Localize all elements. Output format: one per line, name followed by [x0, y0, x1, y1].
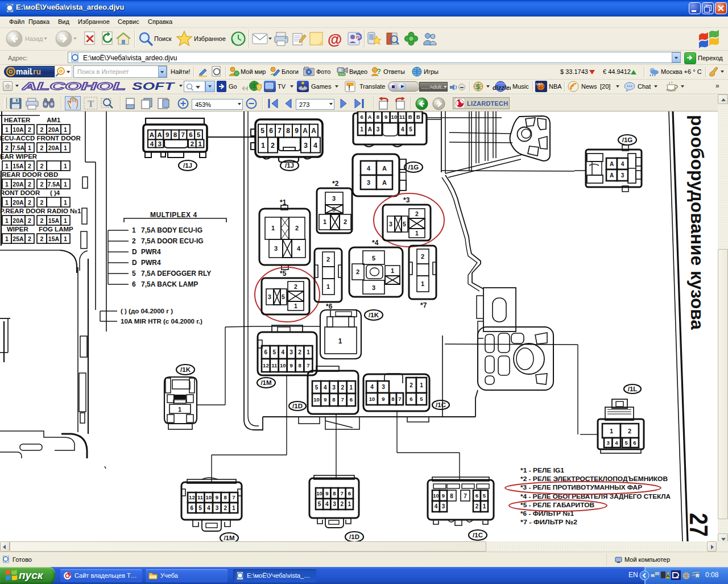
svg-text:2: 2 — [191, 140, 194, 147]
svg-text:5: 5 — [282, 293, 285, 300]
svg-text:A: A — [311, 127, 316, 135]
svg-text:7,5A BACK LAMP: 7,5A BACK LAMP — [141, 280, 198, 288]
svg-text:6: 6 — [633, 440, 636, 446]
svg-text:6: 6 — [132, 280, 136, 288]
svg-text:2: 2 — [28, 126, 31, 133]
svg-text:9: 9 — [289, 362, 292, 368]
svg-text:2: 2 — [28, 217, 31, 224]
svg-text:SOFT: SOFT — [132, 80, 175, 92]
svg-text:7,5A DOOR ECU-IG: 7,5A DOOR ECU-IG — [141, 237, 204, 245]
svg-text:4: 4 — [367, 165, 371, 172]
svg-text:6: 6 — [189, 131, 192, 138]
svg-text:3: 3 — [621, 172, 624, 179]
svg-text:9: 9 — [216, 494, 218, 500]
svg-text:*3: *3 — [403, 196, 410, 204]
svg-text:1: 1 — [483, 503, 486, 510]
svg-text:10: 10 — [391, 114, 398, 120]
svg-text:8: 8 — [391, 396, 394, 402]
svg-text:A: A — [666, 573, 670, 579]
svg-text:A: A — [157, 131, 162, 138]
svg-text:/1C: /1C — [473, 532, 483, 539]
svg-text:NBA: NBA — [536, 82, 543, 86]
svg-text:3: 3 — [158, 140, 161, 147]
svg-text:2: 2 — [628, 428, 631, 434]
svg-text:A: A — [368, 126, 372, 132]
svg-text:5: 5 — [625, 440, 628, 446]
svg-text:1: 1 — [261, 142, 265, 150]
svg-text:8: 8 — [450, 493, 453, 499]
svg-text:4: 4 — [621, 161, 624, 167]
svg-text:6: 6 — [410, 396, 412, 402]
svg-text:A: A — [368, 114, 372, 120]
svg-text:9: 9 — [325, 490, 328, 496]
svg-text:3: 3 — [607, 440, 610, 446]
svg-text:B: B — [416, 114, 420, 120]
svg-text:5: 5 — [260, 127, 264, 135]
svg-text:7: 7 — [307, 362, 309, 368]
svg-text:/1L: /1L — [628, 386, 638, 392]
svg-text:2: 2 — [224, 505, 227, 511]
svg-text:10: 10 — [316, 490, 322, 496]
svg-text:1: 1 — [5, 235, 9, 242]
svg-text:рооборудование кузова: рооборудование кузова — [687, 115, 707, 330]
svg-text:4: 4 — [370, 384, 374, 390]
svg-text:/1M: /1M — [260, 379, 271, 386]
svg-text:8: 8 — [332, 396, 335, 403]
svg-text:2: 2 — [340, 501, 344, 507]
svg-text:A: A — [610, 172, 614, 179]
svg-text:!: ! — [348, 84, 350, 92]
svg-text:1: 1 — [198, 140, 202, 147]
svg-text:2: 2 — [421, 253, 424, 260]
svg-text:2: 2 — [28, 199, 31, 206]
svg-text:1: 1 — [64, 235, 67, 242]
svg-text:1: 1 — [232, 505, 235, 511]
svg-text:WIPER: WIPER — [7, 226, 28, 233]
svg-text:3: 3 — [389, 221, 392, 227]
svg-text:A: A — [303, 127, 308, 135]
svg-text:10: 10 — [433, 492, 439, 499]
svg-text:20A: 20A — [13, 217, 24, 224]
svg-text:8: 8 — [224, 494, 227, 500]
svg-text:/1K: /1K — [180, 366, 191, 373]
svg-text:/1J: /1J — [183, 162, 192, 169]
svg-text:27: 27 — [685, 513, 713, 537]
svg-text:9: 9 — [324, 396, 326, 403]
svg-text:12: 12 — [263, 362, 269, 368]
svg-text:RONT DOOR: RONT DOOR — [0, 189, 40, 196]
svg-text:1: 1 — [64, 163, 67, 169]
svg-text:10: 10 — [206, 494, 212, 500]
svg-text:6: 6 — [264, 349, 268, 355]
svg-text:4: 4 — [324, 384, 327, 391]
svg-text:5: 5 — [332, 206, 336, 213]
svg-text:2: 2 — [410, 382, 413, 388]
svg-text:2: 2 — [28, 163, 31, 169]
svg-text:3: 3 — [332, 195, 336, 202]
svg-text:?: ? — [377, 67, 381, 76]
svg-text:1: 1 — [415, 230, 419, 237]
svg-text:a: a — [696, 571, 700, 578]
svg-text:11: 11 — [399, 114, 406, 120]
svg-text:5: 5 — [197, 131, 201, 138]
svg-text:1: 1 — [360, 126, 363, 132]
svg-text:7: 7 — [464, 493, 467, 499]
svg-text:/1G: /1G — [622, 136, 633, 143]
svg-text:11: 11 — [271, 362, 278, 368]
svg-text:( ) (до 04.2000 г ): ( ) (до 04.2000 г ) — [121, 308, 173, 314]
svg-text:2: 2 — [40, 199, 44, 206]
svg-text:2: 2 — [415, 210, 419, 217]
svg-text:1: 1 — [420, 382, 423, 388]
svg-text:1: 1 — [323, 218, 326, 225]
svg-text:ru: ru — [33, 67, 41, 76]
svg-text:5: 5 — [315, 384, 318, 391]
svg-text:20A: 20A — [48, 126, 60, 133]
svg-text:8: 8 — [298, 362, 301, 368]
svg-text:3: 3 — [268, 293, 271, 300]
svg-text:7,5A BODY ECU-IG: 7,5A BODY ECU-IG — [141, 226, 202, 234]
svg-text:n: n — [356, 34, 359, 40]
svg-text:/1M: /1M — [224, 535, 234, 541]
svg-text:5: 5 — [483, 492, 486, 499]
svg-text:1: 1 — [28, 144, 31, 151]
svg-text:7.5A: 7.5A — [47, 181, 60, 188]
svg-text:9: 9 — [166, 131, 169, 138]
svg-text:D: D — [132, 248, 137, 256]
